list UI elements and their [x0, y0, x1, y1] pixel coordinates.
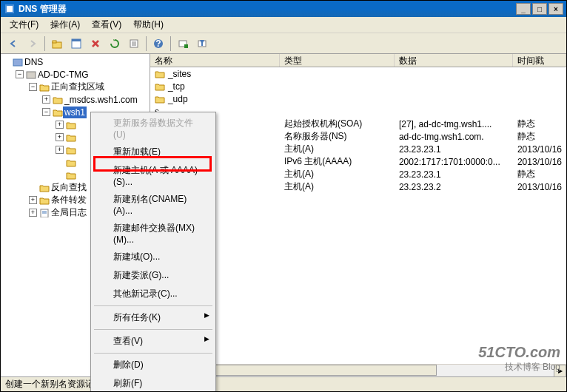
collapse-icon[interactable]: − — [16, 70, 24, 78]
collapse-icon[interactable]: − — [29, 83, 37, 91]
tree-forward-zones[interactable]: − 正向查找区域 — [2, 81, 150, 93]
folder-icon — [66, 158, 76, 167]
cell-timestamp: 静态 — [513, 168, 566, 180]
tree-server[interactable]: − AD-DC-TMG — [2, 68, 150, 81]
cell-name: _tcp — [168, 81, 185, 92]
close-button[interactable]: × — [548, 3, 563, 15]
cell-type: 主机(A) — [280, 168, 395, 180]
maximize-button[interactable]: □ — [532, 3, 547, 15]
table-row[interactable]: _sites — [150, 67, 566, 80]
expand-icon[interactable]: + — [29, 196, 37, 204]
menu-help[interactable]: 帮助(H) — [127, 16, 170, 33]
cell-timestamp: 静态 — [513, 118, 566, 130]
header-name[interactable]: 名称 — [150, 54, 280, 67]
refresh-toolbar-button[interactable] — [106, 35, 124, 53]
table-row[interactable]: _tcp — [150, 80, 566, 92]
menu-separator — [94, 305, 212, 306]
window-title: DNS 管理器 — [19, 3, 516, 16]
tree-zone-msdcs[interactable]: + _msdcs.wsh1.com — [2, 93, 150, 106]
toolbar-separator — [146, 36, 147, 51]
back-button[interactable] — [4, 35, 22, 53]
cell-timestamp: 2013/10/16 — [513, 144, 566, 155]
table-row[interactable]: _udp — [150, 92, 566, 105]
menu-separator — [94, 353, 212, 354]
scroll-track[interactable] — [163, 365, 554, 376]
expand-icon[interactable]: + — [56, 146, 64, 154]
delete-toolbar-button[interactable] — [87, 35, 104, 53]
folder-icon — [66, 171, 76, 180]
zone-icon — [53, 95, 63, 104]
menu-refresh[interactable]: 刷新(F) — [93, 374, 214, 392]
menu-all-tasks[interactable]: 所有任务(K) — [93, 308, 214, 327]
cell-name: _udp — [168, 94, 188, 104]
svg-rect-15 — [13, 59, 22, 66]
svg-rect-13 — [184, 44, 188, 48]
title-bar: DNS 管理器 _ □ × — [1, 1, 566, 17]
dns-icon — [13, 58, 23, 67]
menu-new-mx[interactable]: 新建邮件交换器(MX)(M)... — [93, 219, 214, 248]
toolbar: ? — [1, 33, 566, 54]
menu-update-server-data[interactable]: 更新服务器数据文件(U) — [93, 114, 214, 143]
server-icon — [26, 70, 36, 79]
menu-reload[interactable]: 重新加载(E) — [93, 143, 214, 161]
filter-add-button[interactable] — [174, 35, 192, 53]
cell-data: [27], ad-dc-tmg.wsh1.... — [395, 119, 513, 129]
toolbar-separator — [170, 36, 171, 51]
menu-file[interactable]: 文件(F) — [4, 16, 44, 33]
tree-root[interactable]: DNS — [2, 55, 150, 68]
menu-separator — [94, 329, 212, 330]
forward-button[interactable] — [24, 35, 41, 53]
expand-icon[interactable]: + — [29, 209, 37, 217]
header-timestamp[interactable]: 时间戳 — [513, 54, 566, 67]
svg-rect-3 — [53, 41, 56, 43]
context-menu: 更新服务器数据文件(U) 重新加载(E) 新建主机(A 或 AAAA)(S)..… — [90, 112, 216, 392]
expand-icon[interactable]: + — [56, 121, 64, 129]
cell-type: 起始授权机构(SOA) — [280, 118, 395, 130]
folder-icon — [66, 121, 76, 129]
status-bar: 创建一个新别名资源记录。 — [1, 376, 566, 391]
menu-bar: 文件(F) 操作(A) 查看(V) 帮助(H) — [1, 17, 566, 33]
folder-icon — [155, 95, 165, 104]
menu-delete[interactable]: 删除(D) — [93, 356, 214, 374]
menu-new-host[interactable]: 新建主机(A 或 AAAA)(S)... — [93, 161, 214, 190]
properties-toolbar-button[interactable] — [125, 35, 143, 53]
scroll-right-button[interactable]: ▶ — [554, 365, 566, 377]
cell-data: 23.23.23.1 — [395, 144, 513, 155]
filter-button[interactable] — [193, 35, 211, 53]
menu-new-domain[interactable]: 新建域(O)... — [93, 248, 214, 266]
cell-type: 主机(A) — [280, 143, 395, 155]
menu-new-delegation[interactable]: 新建委派(G)... — [93, 266, 214, 285]
collapse-icon[interactable]: − — [42, 108, 50, 116]
cell-timestamp: 静态 — [513, 130, 566, 143]
menu-view[interactable]: 查看(V) — [93, 332, 214, 351]
cell-data: ad-dc-tmg.wsh1.com. — [395, 132, 513, 142]
svg-rect-16 — [27, 72, 36, 78]
cell-timestamp: 2013/10/16 — [513, 182, 566, 192]
menu-action[interactable]: 操作(A) — [44, 16, 86, 33]
minimize-button[interactable]: _ — [516, 3, 531, 15]
header-data[interactable]: 数据 — [395, 54, 513, 67]
menu-new-cname[interactable]: 新建别名(CNAME)(A)... — [93, 190, 214, 219]
toolbar-separator — [44, 36, 45, 51]
cell-data: 23.23.23.1 — [395, 169, 513, 180]
expand-icon[interactable]: + — [56, 133, 64, 141]
folder-icon — [39, 183, 50, 192]
expand-icon[interactable]: + — [42, 95, 50, 104]
menu-view[interactable]: 查看(V) — [86, 16, 127, 33]
app-icon — [4, 3, 16, 15]
new-window-button[interactable] — [67, 35, 85, 53]
up-button[interactable] — [48, 35, 66, 53]
help-toolbar-button[interactable]: ? — [150, 35, 167, 53]
svg-rect-1 — [7, 6, 13, 12]
cell-type: IPv6 主机(AAAA) — [280, 155, 395, 168]
svg-text:?: ? — [155, 38, 161, 49]
cell-timestamp: 2013/10/16 — [513, 157, 566, 167]
header-type[interactable]: 类型 — [280, 54, 395, 67]
cell-name: _sites — [168, 69, 191, 79]
cell-type: 主机(A) — [280, 180, 395, 193]
folder-icon — [39, 83, 50, 92]
menu-other-new[interactable]: 其他新记录(C)... — [93, 285, 214, 303]
log-icon — [39, 209, 50, 217]
list-header: 名称 类型 数据 时间戳 — [150, 54, 566, 67]
cell-data: 2002:1717:1701:0000:0... — [395, 157, 513, 167]
